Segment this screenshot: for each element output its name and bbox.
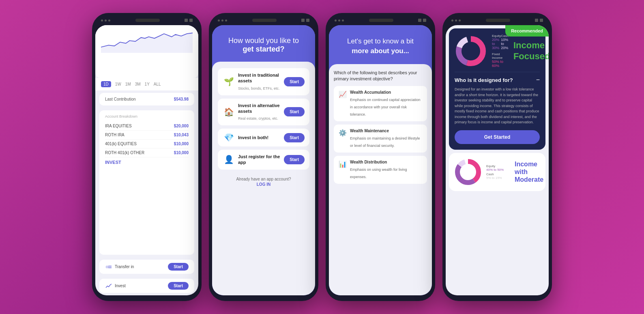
phone-notch-3 xyxy=(329,19,432,25)
maintenance-desc: Emphasis on maintaining a desired lifest… xyxy=(350,136,420,148)
table-row: ROTH 401(k) OTHER $10,000 xyxy=(105,148,189,157)
invest-label-row: Invest xyxy=(105,283,126,289)
cash-label: Cash10% to 20% xyxy=(501,34,509,50)
wealth-distribution-option[interactable]: 📊 Wealth Distribution Emphasis on using … xyxy=(334,156,427,184)
who-description: Designed for an investor with a low risk… xyxy=(455,87,540,125)
both-icon: 💎 xyxy=(223,133,235,142)
option-register: 👤 Just register for the app Start xyxy=(218,150,309,170)
alternative-subtitle: Real estate, cryptos, etc. xyxy=(238,116,278,120)
account-val-roth401k: $10,000 xyxy=(174,151,189,155)
second-rec-labels: Equity40% to 50% Cash5% to 15% xyxy=(486,164,511,180)
about-header: Let's get to know a bit more about you..… xyxy=(329,25,432,64)
invest-icon xyxy=(105,283,112,289)
phone-notch-1 xyxy=(95,19,198,25)
phone4-screen: Recommended xyxy=(446,25,549,295)
collapse-icon[interactable]: − xyxy=(536,76,540,84)
chart-area xyxy=(95,25,198,78)
already-account: Already have an app account? LOG IN xyxy=(218,173,309,188)
account-val-401k: $10,000 xyxy=(174,142,189,146)
register-text: Just register for the app xyxy=(238,154,281,166)
both-title: Invest in both! xyxy=(238,135,281,140)
transfer-start-button[interactable]: Start xyxy=(168,263,189,271)
wealth-accumulation-option[interactable]: 📈 Wealth Accumulation Emphasis on contin… xyxy=(334,86,427,121)
recommended-badge: Recommended xyxy=(505,25,549,37)
register-start-button[interactable]: Start xyxy=(284,155,305,164)
donut-chart xyxy=(455,35,487,67)
get-started-header: How would you like to get started? xyxy=(212,25,315,62)
filter-all[interactable]: ALL xyxy=(154,82,161,86)
get-started-title: How would you like to get started? xyxy=(220,37,307,54)
already-text: Already have an app account? xyxy=(218,177,309,181)
option-alternative: 🏠 Invest in alternative assets Real esta… xyxy=(218,99,309,126)
transfer-in-row: Transfer in Start xyxy=(99,260,194,274)
donut-section: Equity20% to 30% Cash10% to 20% Fixed In… xyxy=(455,34,540,68)
account-breakdown: Account Breakdown IRA EQUITIES $20,000 R… xyxy=(99,110,194,255)
filter-1d[interactable]: 1D xyxy=(101,81,111,87)
option-traditional: 🌱 Invest in traditional assets Stocks, b… xyxy=(218,68,309,95)
distribution-desc: Emphasis on using wealth for living expe… xyxy=(350,168,407,179)
about-card: Which of the following best describes yo… xyxy=(329,64,432,295)
donut-labels: Equity20% to 30% Cash10% to 20% Fixed In… xyxy=(492,34,509,68)
account-name-roth: ROTH IRA xyxy=(105,133,125,137)
transfer-in-text: Transfer in xyxy=(115,265,134,269)
traditional-text: Invest in traditional assets Stocks, bon… xyxy=(238,72,281,91)
maintenance-icon: ⚙️ xyxy=(339,129,347,137)
both-text: Invest in both! xyxy=(238,135,281,140)
account-name-401k: 401(k) EQUITIES xyxy=(105,142,137,146)
phone-3: Let's get to know a bit more about you..… xyxy=(326,13,435,301)
who-title-row: Who is it designed for? − xyxy=(455,76,540,84)
invest-text: Invest xyxy=(115,284,126,288)
rec-card-income-moderate: Equity40% to 50% Cash5% to 15% Income wi… xyxy=(449,153,545,191)
traditional-title: Invest in traditional assets xyxy=(238,72,281,84)
accumulation-desc: Emphasis on continued capital appreciati… xyxy=(350,98,421,116)
get-started-button[interactable]: Get Started xyxy=(455,130,540,144)
invest-row: Invest Start xyxy=(99,279,194,293)
get-started-card: 🌱 Invest in traditional assets Stocks, b… xyxy=(212,62,315,295)
income-moderate-title: Income with Moderate xyxy=(515,160,543,184)
contribution-bar: Last Contribution $543.98 xyxy=(99,93,194,105)
phone-2: How would you like to get started? 🌱 Inv… xyxy=(209,13,318,301)
phone-1: 1D 1W 1M 3M 1Y ALL Last Contribution $54… xyxy=(92,13,202,301)
register-icon: 👤 xyxy=(223,155,235,164)
filter-1y[interactable]: 1Y xyxy=(145,82,150,86)
table-row: IRA EQUITIES $20,000 xyxy=(105,122,189,131)
account-val-ira: $20,000 xyxy=(174,124,189,128)
filter-1m[interactable]: 1M xyxy=(125,82,131,86)
rec-card-income-focused: Equity20% to 30% Cash10% to 20% Fixed In… xyxy=(449,28,545,150)
table-row: 401(k) EQUITIES $10,000 xyxy=(105,140,189,148)
option-both: 💎 Invest in both! Start xyxy=(218,129,309,146)
chart-svg xyxy=(101,29,193,54)
phone-notch-2 xyxy=(212,19,315,25)
filter-3m[interactable]: 3M xyxy=(135,82,141,86)
phone-4: Recommended xyxy=(442,13,552,301)
accumulation-title: Wealth Accumulation xyxy=(350,90,422,95)
phone2-screen: How would you like to get started? 🌱 Inv… xyxy=(212,25,315,295)
alternative-start-button[interactable]: Start xyxy=(284,107,305,116)
about-question: Which of the following best describes yo… xyxy=(334,70,427,82)
svg-point-6 xyxy=(462,42,480,60)
phone3-screen: Let's get to know a bit more about you..… xyxy=(329,25,432,295)
traditional-start-button[interactable]: Start xyxy=(284,77,305,86)
alternative-title: Invest in alternative assets xyxy=(238,103,281,114)
both-start-button[interactable]: Start xyxy=(284,133,305,142)
maintenance-text: Wealth Maintenance Emphasis on maintaini… xyxy=(350,129,422,148)
invest-link[interactable]: INVEST xyxy=(105,160,189,165)
contribution-label: Last Contribution xyxy=(105,97,136,101)
accumulation-icon: 📈 xyxy=(339,90,347,98)
breakdown-title: Account Breakdown xyxy=(105,114,189,118)
maintenance-title: Wealth Maintenance xyxy=(350,129,422,133)
phone-notch-4 xyxy=(446,19,549,25)
time-filters: 1D 1W 1M 3M 1Y ALL xyxy=(95,78,198,90)
filter-1w[interactable]: 1W xyxy=(115,82,121,86)
transfer-label: Transfer in xyxy=(105,264,134,270)
transfer-icon xyxy=(105,264,112,270)
invest-start-button[interactable]: Start xyxy=(168,282,189,290)
login-link[interactable]: LOG IN xyxy=(218,182,309,187)
alternative-text: Invest in alternative assets Real estate… xyxy=(238,103,281,122)
income-focused-title: Income Focused xyxy=(513,40,549,62)
wealth-maintenance-option[interactable]: ⚙️ Wealth Maintenance Emphasis on mainta… xyxy=(334,125,427,153)
fixed-income-label: Fixed Income50% to 60% xyxy=(492,52,503,68)
register-title: Just register for the app xyxy=(238,154,281,166)
who-section: Who is it designed for? − Designed for a… xyxy=(455,72,540,144)
second-donut-chart xyxy=(454,158,482,186)
